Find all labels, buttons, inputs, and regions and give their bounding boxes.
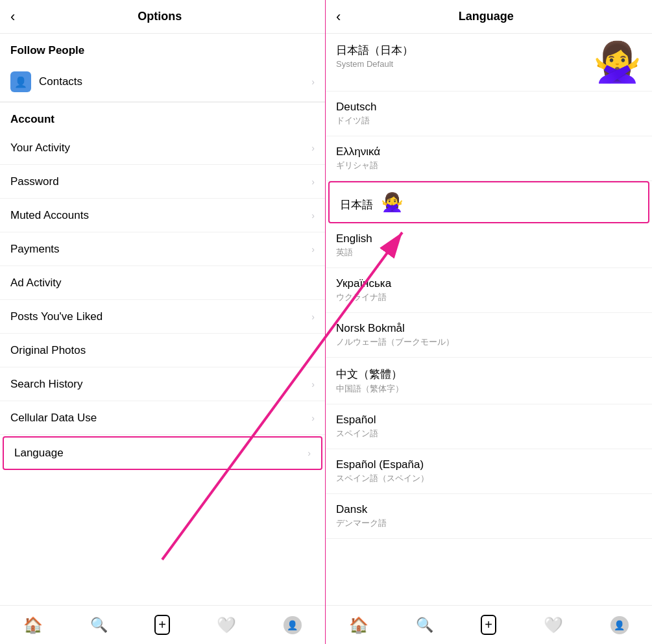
lang-item-chinese-trad[interactable]: 中文（繁體） 中国語（繁体字）: [326, 358, 652, 404]
right-nav-search[interactable]: 🔍: [416, 617, 433, 634]
lang-item-japanese-system-text: 日本語（日本） System Default: [336, 43, 413, 69]
left-header: ‹ Options: [0, 0, 325, 34]
right-panel-title: Language: [348, 10, 623, 23]
left-nav-home[interactable]: 🏠: [23, 616, 43, 634]
menu-item-language[interactable]: Language ›: [3, 436, 322, 470]
menu-item-ad-activity[interactable]: Ad Activity: [0, 266, 325, 300]
lang-sub-norwegian: ノルウェー語（ブークモール）: [336, 336, 642, 348]
lang-item-greek[interactable]: Ελληνικά ギリシャ語: [326, 136, 652, 181]
left-nav-add[interactable]: +: [154, 615, 170, 635]
lang-item-english[interactable]: English 英語: [326, 223, 652, 268]
section-account: Account: [0, 103, 325, 131]
password-chevron: ›: [311, 177, 315, 187]
muted-accounts-chevron: ›: [311, 210, 315, 221]
left-bottom-nav: 🏠 🔍 + 🤍 👤: [0, 605, 325, 644]
left-panel: ‹ Options Follow People 👤 Contacts › Acc…: [0, 0, 326, 644]
lang-sub-deutsch: ドイツ語: [336, 115, 642, 127]
right-nav-home[interactable]: 🏠: [349, 616, 368, 634]
lang-sub-japanese-system: System Default: [336, 59, 413, 69]
lang-item-spanish-spain[interactable]: Español (España) スペイン語（スペイン）: [326, 449, 652, 494]
lang-item-japanese-system[interactable]: 日本語（日本） System Default 🙅‍♀️: [326, 34, 652, 92]
language-label: Language: [14, 447, 308, 460]
right-header: ‹ Language: [326, 0, 652, 34]
menu-item-posts-liked[interactable]: Posts You've Liked ›: [0, 300, 325, 334]
menu-item-password[interactable]: Password ›: [0, 165, 325, 199]
left-nav-search[interactable]: 🔍: [90, 617, 108, 634]
left-nav-profile[interactable]: 👤: [284, 616, 302, 634]
lang-sub-spanish-spain: スペイン語（スペイン）: [336, 473, 642, 484]
menu-item-cellular-data[interactable]: Cellular Data Use ›: [0, 401, 325, 435]
your-activity-chevron: ›: [311, 143, 315, 153]
muted-accounts-label: Muted Accounts: [10, 209, 311, 222]
lang-item-japanese[interactable]: 日本語 🙅‍♀️: [328, 181, 649, 223]
emoji-inline-japanese: 🙅‍♀️: [381, 192, 404, 212]
lang-sub-spanish: スペイン語: [336, 428, 642, 440]
language-chevron: ›: [308, 448, 311, 458]
lang-main-english: English: [336, 232, 642, 245]
lang-main-norwegian: Norsk Bokmål: [336, 322, 642, 335]
lang-main-deutsch: Deutsch: [336, 101, 642, 114]
payments-chevron: ›: [311, 244, 315, 254]
language-list: 日本語（日本） System Default 🙅‍♀️ Deutsch ドイツ語…: [326, 34, 652, 605]
ad-activity-label: Ad Activity: [10, 277, 315, 290]
password-label: Password: [10, 175, 311, 188]
lang-item-norwegian[interactable]: Norsk Bokmål ノルウェー語（ブークモール）: [326, 313, 652, 358]
cellular-data-label: Cellular Data Use: [10, 412, 311, 425]
lang-main-ukrainian: Українська: [336, 277, 642, 290]
contacts-chevron: ›: [311, 77, 315, 87]
lang-item-spanish[interactable]: Español スペイン語: [326, 404, 652, 449]
contacts-icon: 👤: [10, 71, 31, 92]
lang-main-japanese-system: 日本語（日本）: [336, 43, 413, 58]
lang-main-spanish-spain: Español (España): [336, 458, 642, 471]
right-panel: ‹ Language 日本語（日本） System Default 🙅‍♀️ D…: [326, 0, 652, 644]
lang-item-japanese-text: 日本語 🙅‍♀️: [340, 192, 638, 213]
posts-liked-chevron: ›: [311, 312, 315, 322]
original-photos-label: Original Photos: [10, 344, 315, 357]
your-activity-label: Your Activity: [10, 142, 311, 155]
lang-sub-english: 英語: [336, 247, 642, 258]
right-back-button[interactable]: ‹: [336, 10, 341, 24]
cellular-data-chevron: ›: [311, 413, 315, 423]
menu-item-muted-accounts[interactable]: Muted Accounts ›: [0, 199, 325, 232]
lang-main-greek: Ελληνικά: [336, 145, 642, 158]
left-panel-content: Follow People 👤 Contacts › Account Your …: [0, 34, 325, 605]
search-history-label: Search History: [10, 378, 311, 391]
right-nav-profile[interactable]: 👤: [610, 616, 629, 634]
menu-item-contacts[interactable]: 👤 Contacts ›: [0, 62, 325, 102]
lang-item-ukrainian[interactable]: Українська ウクライナ語: [326, 268, 652, 313]
right-nav-add[interactable]: +: [481, 615, 496, 635]
lang-main-dansk: Dansk: [336, 503, 642, 516]
search-history-chevron: ›: [311, 379, 315, 390]
menu-item-payments[interactable]: Payments ›: [0, 232, 325, 266]
menu-item-search-history[interactable]: Search History ›: [0, 367, 325, 401]
right-bottom-nav: 🏠 🔍 + 🤍 👤: [326, 605, 652, 644]
left-nav-heart[interactable]: 🤍: [217, 616, 236, 634]
lang-sub-ukrainian: ウクライナ語: [336, 291, 642, 303]
lang-sub-chinese-trad: 中国語（繁体字）: [336, 383, 642, 395]
payments-label: Payments: [10, 243, 311, 256]
posts-liked-label: Posts You've Liked: [10, 310, 311, 323]
menu-item-your-activity[interactable]: Your Activity ›: [0, 131, 325, 165]
lang-sub-dansk: デンマーク語: [336, 517, 642, 529]
menu-item-original-photos[interactable]: Original Photos: [0, 334, 325, 367]
lang-main-chinese-trad: 中文（繁體）: [336, 367, 642, 382]
lang-sub-greek: ギリシャ語: [336, 160, 642, 171]
right-nav-heart[interactable]: 🤍: [544, 616, 563, 634]
left-back-button[interactable]: ‹: [10, 10, 15, 24]
lang-item-deutsch[interactable]: Deutsch ドイツ語: [326, 92, 652, 136]
left-panel-title: Options: [23, 10, 296, 23]
emoji-top-japanese-system: 🙅‍♀️: [593, 43, 642, 82]
lang-main-spanish: Español: [336, 414, 642, 427]
lang-item-dansk[interactable]: Dansk デンマーク語: [326, 494, 652, 539]
section-follow-people: Follow People: [0, 34, 325, 62]
contacts-label: Contacts: [39, 75, 311, 88]
lang-main-japanese: 日本語: [340, 199, 373, 211]
